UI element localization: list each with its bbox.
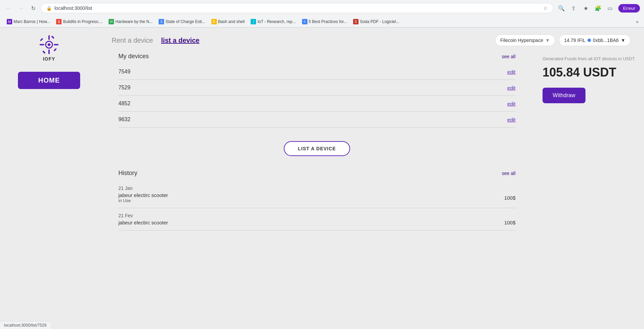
withdraw-button[interactable]: Withdraw [543,88,585,103]
address-bar: 🔒 ☆ [41,3,553,13]
network-label: Filecoin Hyperspace [500,38,543,43]
app-container: IOFY HOME Rent a device list a device Fi… [0,28,644,329]
list-device-button[interactable]: LIST A DEVICE [284,141,350,156]
nav-links: Rent a device list a device [112,37,200,44]
history-device-row-1: jabeur electirc scooter 100$ [118,220,515,225]
history-section: History see all 21 Jan jabeur electirc s… [118,170,515,231]
content-row: My devices see all 7549 edit 7529 edit 4… [98,49,644,329]
wallet-balance: 14.79 IFIL [564,38,585,43]
right-panel: Generated Funds from all IOT devices in … [536,49,644,329]
wallet-chevron-icon: ▼ [621,38,625,43]
bookmark-favicon-7: 5 [302,19,307,24]
svg-rect-4 [40,38,43,41]
svg-rect-0 [48,35,50,40]
bookmark-icon-btn[interactable]: ★ [580,3,591,14]
wallet-dot-icon [588,39,591,42]
device-row-7529: 7529 edit [118,80,515,96]
home-button[interactable]: HOME [18,72,80,89]
device-id-4852: 4852 [118,101,131,107]
svg-rect-1 [48,49,50,54]
history-see-all[interactable]: see all [502,171,515,176]
status-url: localhost:3000/list/7529 [4,323,46,328]
devices-section-header: My devices see all [118,53,515,60]
device-row-9632: 9632 edit [118,112,515,128]
bookmarks-bar: M Marc Barros | How... B BuildIts in Pro… [0,16,644,27]
edit-device-7529[interactable]: edit [507,85,515,91]
wallet-button[interactable]: 14.79 IFIL 0xbb...1BA6 ▼ [559,35,630,46]
bookmark-5-best[interactable]: 5 5 Best Practices for... [299,18,350,26]
wallet-address: 0xbb...1BA6 [593,38,619,43]
network-chevron-icon: ▼ [545,38,550,43]
bookmark-bash-shell[interactable]: B Bash and shell [209,18,248,26]
lock-icon: 🔒 [46,6,52,11]
device-id-7549: 7549 [118,69,131,75]
bookmark-iot[interactable]: I IoT - Research, rep... [248,18,298,26]
list-device-link[interactable]: list a device [161,37,199,44]
address-input[interactable] [54,5,540,11]
share-icon-btn[interactable]: ⇪ [568,3,579,14]
top-nav: Rent a device list a device Filecoin Hyp… [98,28,644,49]
history-device-row-0: jabeur electirc scooter in Use 100$ [118,192,515,203]
extensions-icon-btn[interactable]: 🧩 [593,3,603,14]
history-title: History [118,170,137,177]
split-icon-btn[interactable]: ▭ [605,3,616,14]
forward-button[interactable]: → [16,3,26,13]
bookmark-soda[interactable]: S Soda PDF - Logiciel... [350,18,402,26]
svg-point-9 [48,43,50,46]
bookmark-favicon-3: H [109,19,114,24]
bookmark-label-2: BuildIts in Progress:... [63,19,102,24]
browser-toolbar: ← → ↻ 🔒 ☆ 🔍 ⇪ ★ 🧩 ▭ Erreur [0,0,644,16]
bookmark-favicon-5: B [211,19,217,24]
search-icon-btn[interactable]: 🔍 [556,3,567,14]
logo-area: IOFY [39,35,59,62]
bookmark-state-of-charge[interactable]: S State of Charge Esti... [156,18,208,26]
funds-label: Generated Funds from all IOT devices in … [543,56,635,61]
history-status-0: in Use [118,198,168,203]
history-entry-1: 21 Fev jabeur electirc scooter 100$ [118,208,515,231]
status-bar: localhost:3000/list/7529 [0,321,50,329]
back-button[interactable]: ← [4,3,14,13]
history-date-1: 21 Fev [118,213,515,218]
svg-rect-2 [40,44,44,45]
svg-rect-3 [54,44,59,45]
device-list: 7549 edit 7529 edit 4852 edit 9632 edit [118,64,515,128]
logo-text: IOFY [43,56,55,62]
bookmark-label-7: 5 Best Practices for... [309,19,347,24]
main-area: Rent a device list a device Filecoin Hyp… [98,28,644,329]
device-id-9632: 9632 [118,116,131,123]
bookmark-label-6: IoT - Research, rep... [257,19,296,24]
edit-device-7549[interactable]: edit [507,69,515,75]
nav-right: Filecoin Hyperspace ▼ 14.79 IFIL 0xbb...… [495,35,630,46]
funds-amount: 105.84 USDT [543,65,616,80]
bookmark-buildits[interactable]: B BuildIts in Progress:... [53,18,105,26]
bookmark-favicon-1: M [7,19,12,24]
history-device-name-1: jabeur electirc scooter [118,220,168,225]
bookmark-label-4: State of Charge Esti... [165,19,205,24]
bookmark-label-5: Bash and shell [218,19,245,24]
network-selector[interactable]: Filecoin Hyperspace ▼ [495,35,555,46]
devices-title: My devices [118,53,149,60]
bookmark-marc-barros[interactable]: M Marc Barros | How... [4,18,53,26]
history-device-info-0: jabeur electirc scooter in Use [118,192,168,203]
history-device-info-1: jabeur electirc scooter [118,220,168,225]
history-amount-0: 100$ [504,195,515,201]
bookmark-label-1: Marc Barros | How... [14,19,50,24]
svg-rect-7 [53,48,57,51]
bookmark-hardware[interactable]: H Hardware by the N... [106,18,155,26]
history-device-name-0: jabeur electirc scooter [118,192,168,198]
sidebar: IOFY HOME [0,28,98,329]
edit-device-4852[interactable]: edit [507,101,515,107]
rent-device-link[interactable]: Rent a device [112,37,153,44]
bookmarks-more-icon[interactable]: » [635,18,640,26]
star-icon[interactable]: ☆ [543,5,548,11]
refresh-button[interactable]: ↻ [28,3,38,13]
bookmark-favicon-6: I [251,19,256,24]
devices-see-all[interactable]: see all [502,54,515,59]
history-entry-0: 21 Jan jabeur electirc scooter in Use 10… [118,181,515,208]
device-row-4852: 4852 edit [118,96,515,112]
edit-device-9632[interactable]: edit [507,117,515,123]
profile-button[interactable]: Erreur [618,4,640,13]
history-section-header: History see all [118,170,515,177]
bookmark-label-8: Soda PDF - Logiciel... [360,19,399,24]
history-amount-1: 100$ [504,220,515,225]
